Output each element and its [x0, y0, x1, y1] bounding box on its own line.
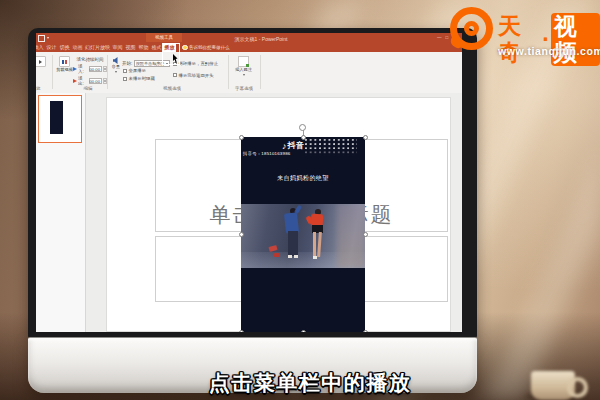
preview-play-button[interactable] [36, 56, 47, 67]
checkbox-label: 未播放时隐藏 [129, 76, 155, 81]
chevron-down-icon [243, 74, 245, 76]
dancer-right-shoe [313, 256, 317, 259]
dancer-left-shoe [294, 255, 298, 258]
window-title: 演示文稿1 - PowerPoint [176, 36, 346, 42]
tab-animations[interactable]: 动画 [71, 43, 84, 53]
checkbox-hide-while-not-playing[interactable]: 未播放时隐藏 [123, 76, 155, 81]
tab-design[interactable]: 设计 [45, 43, 58, 53]
resize-handle-w[interactable] [239, 232, 244, 237]
start-label: 开始: [122, 61, 132, 66]
slide-thumbnail[interactable] [38, 95, 82, 143]
save-icon[interactable] [38, 35, 45, 42]
rotation-handle[interactable] [299, 124, 306, 131]
tutorial-caption: 点击菜单栏中的播放 [150, 369, 470, 397]
quick-access-toolbar [38, 35, 49, 42]
resize-handle-se[interactable] [363, 330, 368, 333]
douyin-logo: ♪ 抖音 [282, 140, 305, 151]
trim-video-icon [59, 56, 70, 67]
douyin-wordmark: 抖音 [288, 140, 305, 151]
resize-handle-e[interactable] [363, 232, 368, 237]
volume-button[interactable]: 音量 [110, 57, 122, 73]
music-note-icon: ♪ [282, 141, 287, 151]
resize-handle-sw[interactable] [239, 330, 244, 333]
checkbox-icon [123, 77, 127, 81]
dancer-left-shoe [288, 255, 292, 258]
tab-slideshow[interactable]: 幻灯片放映 [84, 43, 111, 53]
brand-right-badge: 视频 [551, 13, 600, 66]
group-separator [107, 55, 108, 89]
resize-handle-nw[interactable] [239, 135, 244, 140]
checkbox-loop[interactable]: 循环播放，直到停止 [173, 61, 218, 66]
fade-out-label: 淡出: [78, 76, 88, 86]
qat-dropdown-icon[interactable] [47, 37, 49, 39]
tab-playback-active[interactable]: 播放 [163, 43, 176, 53]
group-separator [228, 55, 229, 89]
dots-pattern [305, 139, 357, 156]
speaker-icon [113, 57, 120, 64]
insert-captions-button[interactable]: 插入题注 [235, 56, 252, 76]
lightbulb-icon [182, 45, 188, 51]
checkbox-icon [123, 69, 127, 73]
tell-me-label: 告诉我你想要做什么 [189, 45, 230, 50]
chevron-down-icon [166, 63, 168, 65]
tab-view[interactable]: 视图 [124, 43, 137, 53]
group-separator [260, 55, 261, 89]
red-graphic [268, 245, 277, 252]
tab-review[interactable]: 审阅 [111, 43, 124, 53]
checkbox-fullscreen[interactable]: 全屏播放 [123, 68, 146, 73]
captions-group-label: 字幕选项 [234, 86, 254, 91]
group-separator [52, 55, 53, 89]
tab-help[interactable]: 帮助 [137, 43, 150, 53]
slide-thumbnail-panel [36, 93, 86, 332]
trim-video-label: 剪裁视频 [56, 68, 73, 73]
tell-me-box[interactable]: 告诉我你想要做什么 [182, 43, 230, 53]
minimize-icon[interactable]: — [437, 35, 442, 40]
captions-icon [238, 56, 249, 67]
blur-patch [337, 204, 365, 268]
tab-transitions[interactable]: 切换 [58, 43, 71, 53]
video-object[interactable]: ♪ 抖音 抖音号：18510163986 来自妈妈粉的绝望 [241, 137, 365, 332]
resize-handle-ne[interactable] [363, 135, 368, 140]
ribbon: 预览 剪裁视频 淡化持续时间 淡入: 00.00 淡出: 00.00 [36, 52, 462, 94]
checkbox-rewind[interactable]: 播放完毕返回开头 [173, 73, 214, 78]
brand-wordmark: 天奇 · 视频 [498, 13, 600, 66]
tab-format[interactable]: 格式 [150, 43, 163, 53]
start-row: 开始: 按照单击顺序(I) [122, 60, 170, 67]
maximize-icon[interactable]: □ [446, 35, 449, 40]
fade-out-row: 淡出: 00.00 [73, 76, 107, 86]
edit-group-label: 编辑 [80, 86, 96, 91]
resize-handle-s[interactable] [301, 330, 306, 333]
fade-out-icon [73, 79, 77, 83]
checkbox-icon [173, 73, 177, 77]
video-options-group-label: 视频选项 [160, 86, 184, 91]
fade-duration-label: 淡化持续时间 [73, 57, 107, 62]
fade-in-input[interactable]: 00.00 [89, 66, 102, 72]
dancer-left-legs [288, 231, 298, 256]
tab-insert[interactable]: 插入 [36, 43, 45, 53]
titlebar: 视频工具 演示文稿1 - PowerPoint — □ ✕ 插入 设计 切换 动… [36, 33, 462, 52]
start-dropdown[interactable]: 按照单击顺序(I) [134, 60, 170, 67]
mug-handle [567, 377, 588, 398]
play-icon [36, 56, 46, 67]
thumbnail-video-rect [50, 101, 63, 134]
checkbox-label: 循环播放，直到停止 [179, 61, 219, 66]
fade-duration-section: 淡化持续时间 淡入: 00.00 淡出: 00.00 [73, 57, 107, 86]
douyin-account: 抖音号：18510163986 [243, 151, 290, 156]
volume-label: 音量 [112, 65, 120, 70]
checkbox-label: 全屏播放 [129, 68, 147, 73]
dancer-right-leg [313, 232, 316, 257]
fade-in-icon [73, 67, 77, 71]
ribbon-tabs: 插入 设计 切换 动画 幻灯片放映 审阅 视图 帮助 格式 播放 告诉我你想要做… [36, 43, 230, 53]
brand-url: www.tianqijun.com [498, 45, 600, 57]
fade-out-input[interactable]: 00.00 [89, 78, 102, 84]
video-caption-text: 来自妈妈粉的绝望 [241, 174, 365, 183]
checkbox-label: 播放完毕返回开头 [179, 73, 214, 78]
resize-handle-n[interactable] [301, 135, 306, 140]
trim-video-button[interactable]: 剪裁视频 [56, 56, 73, 73]
video-frame [241, 204, 365, 268]
start-value: 按照单击顺序(I) [136, 61, 164, 66]
main-area: 单击此处添加标题 ♪ 抖音 抖音号：18510163986 来自妈妈粉的绝望 [36, 93, 462, 332]
brand-logo-icon [450, 7, 493, 50]
chevron-down-icon [115, 71, 117, 73]
insert-captions-label: 插入题注 [235, 68, 252, 73]
